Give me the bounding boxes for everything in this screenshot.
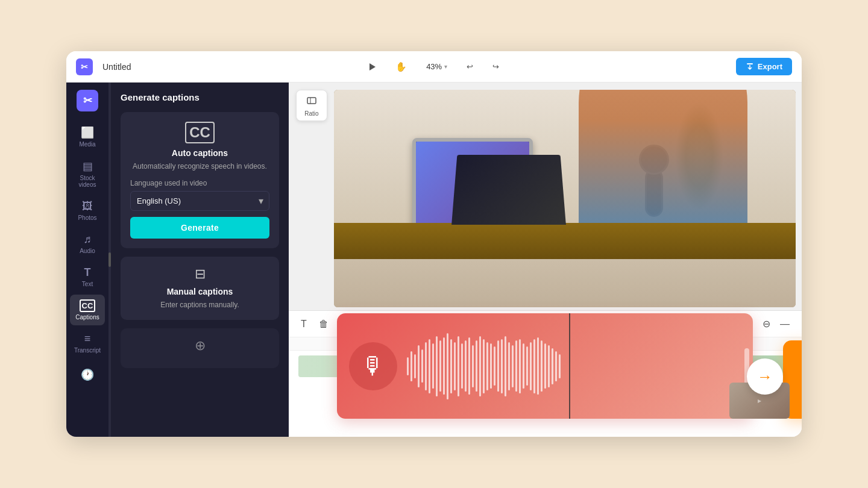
auto-captions-icon: CC: [185, 122, 215, 143]
waveform-bar: [512, 345, 514, 387]
thumbnail-placeholder: ▶: [758, 398, 761, 404]
captions-panel: Generate captions CC Auto captions Autom…: [111, 83, 289, 437]
stock-videos-icon: ▤: [83, 160, 93, 173]
language-label: Language used in video: [130, 179, 207, 187]
manual-captions-title: Manual captions: [167, 287, 233, 296]
header-center: ✋ 43% ▾ ↩ ↪: [131, 59, 735, 75]
history-icon: 🕐: [81, 368, 94, 381]
waveform-bar: [519, 339, 521, 393]
waveform-bar: [436, 336, 438, 396]
waveform-bar: [472, 345, 474, 387]
waveform-bar: [447, 333, 448, 399]
hand-tool-button[interactable]: ✋: [391, 59, 412, 75]
laptop-screen: [451, 155, 566, 225]
svg-rect-2: [307, 98, 316, 104]
waveform-bar: [407, 357, 409, 375]
sidebar-item-text[interactable]: T Text: [70, 261, 105, 292]
auto-captions-desc: Automatically recognize speech in videos…: [133, 161, 267, 172]
video-preview: [334, 90, 796, 307]
app-logo: ✂: [76, 58, 93, 75]
waveform-bar: [418, 345, 420, 387]
ratio-button-container: Ratio: [296, 90, 327, 121]
waveform-bar: [429, 339, 430, 393]
svg-rect-1: [747, 63, 753, 64]
play-preview-button[interactable]: [363, 60, 381, 74]
waveform-bar: [494, 346, 495, 386]
manual-captions-icon: ⊟: [195, 266, 206, 282]
undo-icon: ↩: [467, 62, 473, 71]
extra-captions-card: ⊕: [121, 328, 279, 368]
project-title: Untitled: [102, 62, 131, 72]
playhead: [569, 313, 570, 419]
zoom-out-button[interactable]: ⊖: [760, 316, 773, 332]
ratio-button[interactable]: Ratio: [296, 90, 327, 121]
waveform-bar: [505, 336, 506, 396]
manual-captions-card: ⊟ Manual captions Enter captions manuall…: [121, 257, 279, 320]
generate-button[interactable]: Generate: [130, 217, 269, 239]
waveform-bar: [479, 336, 481, 396]
waveform-bar: [458, 336, 459, 396]
waveform-bar: [461, 343, 463, 389]
manual-captions-desc: Enter captions manually.: [160, 300, 239, 310]
mic-icon-circle: 🎙: [349, 342, 397, 390]
waveform-bar: [439, 340, 441, 392]
waveform-bar: [410, 351, 412, 381]
sidebar-item-captions[interactable]: CC Captions: [70, 295, 105, 325]
waveform-bar: [508, 342, 510, 390]
language-select-wrapper: English (US) English (UK) Spanish French: [130, 191, 269, 211]
sidebar-item-photos[interactable]: 🖼 Photos: [70, 195, 105, 226]
sidebar-label-media: Media: [79, 141, 95, 148]
waveform-bar: [544, 343, 546, 389]
play-icon: [368, 63, 376, 71]
redo-button[interactable]: ↪: [488, 60, 504, 74]
sidebar-label-stock-videos: Stockvideos: [79, 175, 96, 188]
svg-marker-0: [370, 63, 376, 70]
ratio-icon: [306, 95, 318, 109]
photos-icon: 🖼: [82, 200, 93, 213]
minus-button[interactable]: —: [778, 316, 792, 332]
undo-button[interactable]: ↩: [462, 60, 478, 74]
redo-icon: ↪: [492, 62, 499, 71]
zoom-selector[interactable]: 43% ▾: [421, 60, 452, 74]
desk: [334, 223, 796, 259]
waveform-bar: [523, 343, 524, 389]
waveform-bar: [530, 342, 532, 390]
sidebar-item-history[interactable]: 🕐: [70, 363, 105, 386]
waveform-bar: [414, 354, 416, 378]
waveform-bar: [548, 345, 550, 387]
waveform-bar: [526, 346, 528, 386]
waveform-bar: [421, 349, 423, 383]
auto-captions-card: CC Auto captions Automatically recognize…: [121, 112, 279, 248]
waveform-bar: [515, 340, 517, 392]
export-button[interactable]: Export: [736, 58, 792, 75]
audio-icon: ♬: [83, 233, 92, 246]
caption-tool-button[interactable]: T: [298, 316, 309, 332]
sidebar-item-media[interactable]: ⬜ Media: [70, 121, 105, 152]
media-icon: ⬜: [81, 126, 94, 139]
waveform-bar: [432, 343, 434, 389]
sidebar-item-audio[interactable]: ♬ Audio: [70, 228, 105, 259]
arrow-circle: →: [747, 358, 783, 395]
waveform-bar: [425, 342, 427, 390]
waveform-bar: [541, 340, 542, 392]
sidebar-label-transcript: Transcript: [74, 347, 101, 354]
sidebar-label-captions: Captions: [75, 314, 99, 321]
laptop: [451, 155, 566, 225]
canvas-area: Ratio: [289, 83, 802, 437]
sidebar-item-transcript[interactable]: ≡ Transcript: [70, 328, 105, 358]
waveform-bar: [501, 339, 503, 393]
export-icon: [746, 63, 754, 71]
header-right: Export: [736, 58, 792, 75]
waveform-bar: [465, 340, 467, 392]
sidebar-item-stock-videos[interactable]: ▤ Stockvideos: [70, 155, 105, 193]
text-icon: T: [84, 266, 91, 279]
chevron-down-icon: ▾: [444, 63, 447, 70]
sidebar-logo: ✂: [77, 90, 98, 111]
language-select[interactable]: English (US) English (UK) Spanish French: [130, 191, 269, 211]
delete-clip-button[interactable]: 🗑: [316, 316, 331, 332]
waveform-bars: [407, 330, 741, 402]
hand-icon: ✋: [395, 61, 407, 72]
waveform-bar: [486, 342, 488, 390]
waveform-bar: [537, 337, 539, 395]
waveform-bar: [468, 337, 470, 395]
